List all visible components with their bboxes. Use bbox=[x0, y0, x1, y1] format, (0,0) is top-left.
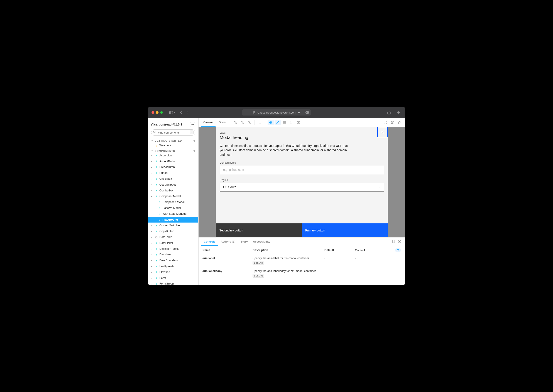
zoom-in-icon[interactable] bbox=[232, 120, 238, 125]
minimize-window-icon[interactable] bbox=[156, 111, 158, 114]
sidebar-item-checkbox[interactable]: ▸⊞Checkbox bbox=[148, 176, 198, 182]
chevron-right-icon: ▸ bbox=[151, 247, 153, 250]
sidebar-item-label: Dropdown bbox=[159, 252, 172, 257]
sidebar-story-playground[interactable]: ▯Playground bbox=[148, 217, 198, 223]
measure-icon[interactable] bbox=[274, 120, 281, 125]
sidebar-item-label: Composed Modal bbox=[162, 200, 185, 204]
share-icon[interactable] bbox=[386, 110, 392, 115]
story-icon: ▯ bbox=[158, 218, 161, 222]
globe-icon: 🌐︎ bbox=[253, 111, 255, 114]
address-bar[interactable]: 🌐︎ react.carbondesignsystem.com 🔒︎ ⋯ bbox=[242, 109, 311, 116]
sidebar-item-accordion[interactable]: ▸⊞Accordion bbox=[148, 153, 198, 159]
sidebar-item-datepicker[interactable]: ▸⊞DatePicker bbox=[148, 240, 198, 246]
chevron-right-icon: ▸ bbox=[151, 160, 153, 163]
region-select[interactable]: US South bbox=[220, 183, 384, 192]
viewport-icon[interactable] bbox=[257, 120, 263, 125]
reset-controls-button[interactable] bbox=[395, 248, 401, 252]
preview-canvas: Label Modal heading Custom domains direc… bbox=[199, 127, 405, 237]
col-control: Control bbox=[355, 249, 365, 252]
sidebar-item-label: Checkbox bbox=[159, 177, 172, 181]
addon-tab-controls[interactable]: Controls bbox=[201, 238, 218, 246]
accessibility-icon[interactable] bbox=[295, 120, 302, 125]
sidebar-item-welcome[interactable]: ▯ Welcome bbox=[148, 142, 198, 148]
sidebar-item-aspectratio[interactable]: ▸⊞AspectRatio bbox=[148, 159, 198, 164]
sidebar-story-passive-modal[interactable]: ▯Passive Modal bbox=[148, 205, 198, 211]
sidebar-item-copybutton[interactable]: ▸⊞CopyButton bbox=[148, 228, 198, 234]
zoom-reset-icon[interactable] bbox=[246, 120, 252, 125]
tab-docs[interactable]: Docs bbox=[216, 118, 228, 127]
primary-button[interactable]: Primary button bbox=[302, 224, 388, 237]
addon-tab-actions[interactable]: Actions (2) bbox=[218, 238, 238, 246]
section-components[interactable]: ▼ COMPONENTS ⇅ bbox=[148, 148, 198, 153]
sidebar-item-errorboundary[interactable]: ▸⊞ErrorBoundary bbox=[148, 258, 198, 263]
args-row: aria-labelSpecify the aria-label for bx-… bbox=[199, 254, 405, 267]
fullscreen-icon[interactable] bbox=[382, 120, 388, 125]
sidebar-item-codesnippet[interactable]: ▸⊞CodeSnippet bbox=[148, 182, 198, 188]
new-tab-icon[interactable] bbox=[395, 110, 402, 115]
section-getting-started[interactable]: ▼ GETTING STARTED ⇅ bbox=[148, 138, 198, 142]
sidebar-toggle-icon[interactable] bbox=[168, 110, 177, 115]
grid-icon[interactable] bbox=[288, 120, 294, 125]
maximize-window-icon[interactable] bbox=[160, 111, 163, 114]
sidebar-item-datatable[interactable]: ▸▢DataTable bbox=[148, 234, 198, 240]
reader-icon[interactable]: ⋯ bbox=[305, 111, 309, 114]
sidebar-item-flexgrid[interactable]: ▸⊞FlexGrid bbox=[148, 269, 198, 275]
zoom-out-icon[interactable] bbox=[239, 120, 245, 125]
modal-heading: Modal heading bbox=[220, 135, 384, 140]
open-new-tab-icon[interactable] bbox=[389, 120, 395, 125]
sidebar-item-label: Playground bbox=[162, 217, 178, 222]
component-icon: ⊞ bbox=[155, 259, 158, 263]
domain-input[interactable] bbox=[220, 166, 384, 174]
search-field[interactable]: / bbox=[151, 129, 195, 135]
sidebar-item-composedmodal[interactable]: ▾⊞ComposedModal bbox=[148, 193, 198, 199]
sidebar-item-dropdown[interactable]: ▸⊞Dropdown bbox=[148, 252, 198, 258]
folder-icon: ▢ bbox=[155, 235, 158, 239]
storybook-sidebar: @carbon/react@1.0.3 ••• / ▼ GETTING STAR… bbox=[148, 118, 199, 285]
svg-point-6 bbox=[248, 121, 250, 123]
region-label: Region bbox=[220, 179, 384, 182]
sidebar-item-breadcrumb[interactable]: ▸⊞Breadcrumb bbox=[148, 164, 198, 170]
arg-control[interactable]: - bbox=[355, 257, 401, 260]
component-icon: ⊞ bbox=[155, 183, 158, 187]
addon-tab-accessibility[interactable]: Accessibility bbox=[250, 238, 273, 246]
sidebar-story-with-state-manager[interactable]: ▯With State Manager bbox=[148, 211, 198, 217]
col-default: Default bbox=[324, 248, 355, 252]
chevron-right-icon: ▸ bbox=[151, 276, 153, 280]
svg-rect-10 bbox=[283, 123, 286, 123]
addons-orientation-icon[interactable] bbox=[391, 239, 397, 245]
secondary-button[interactable]: Secondary button bbox=[216, 224, 302, 237]
modal-close-button[interactable] bbox=[377, 127, 388, 137]
search-shortcut: / bbox=[190, 131, 194, 134]
main-area: Canvas Docs bbox=[199, 118, 405, 285]
sidebar-item-fileuploader[interactable]: ▸⊞FileUploader bbox=[148, 263, 198, 269]
search-icon bbox=[153, 131, 156, 134]
sidebar-item-combobox[interactable]: ▸⊞ComboBox bbox=[148, 188, 198, 194]
outline-icon[interactable] bbox=[281, 120, 287, 125]
sidebar-item-form[interactable]: ▸⊞Form bbox=[148, 275, 198, 281]
arg-default: - bbox=[324, 269, 355, 273]
sidebar-item-formgroup[interactable]: ▸⊞FormGroup bbox=[148, 281, 198, 285]
sidebar-item-contentswitcher[interactable]: ▸⊞ContentSwitcher bbox=[148, 223, 198, 228]
sort-icon: ⇅ bbox=[193, 150, 195, 152]
back-button[interactable] bbox=[179, 110, 183, 115]
url-text: react.carbondesignsystem.com bbox=[257, 111, 296, 114]
arg-control[interactable]: - bbox=[355, 269, 401, 273]
addons-close-icon[interactable] bbox=[397, 239, 402, 245]
sidebar-menu-button[interactable]: ••• bbox=[190, 122, 195, 127]
copy-link-icon[interactable] bbox=[396, 120, 402, 125]
sidebar-item-button[interactable]: ▸⊞Button bbox=[148, 170, 198, 176]
svg-rect-0 bbox=[170, 111, 173, 114]
chevron-down-icon bbox=[378, 186, 380, 188]
sidebar-item-label: CodeSnippet bbox=[159, 182, 176, 187]
addon-tab-story[interactable]: Story bbox=[238, 238, 250, 246]
chevron-right-icon: ▸ bbox=[151, 154, 153, 157]
sidebar-story-composed-modal[interactable]: ▯Composed Modal bbox=[148, 199, 198, 205]
theme-icon[interactable] bbox=[268, 120, 274, 125]
arg-description: Specify the aria-label for bx--modal-con… bbox=[252, 257, 324, 265]
sidebar-item-definitiontooltip[interactable]: ▸⊞DefinitionTooltip bbox=[148, 246, 198, 252]
close-window-icon[interactable] bbox=[151, 111, 154, 114]
tab-canvas[interactable]: Canvas bbox=[201, 118, 215, 127]
titlebar: 🌐︎ react.carbondesignsystem.com 🔒︎ ⋯ bbox=[148, 107, 405, 118]
sidebar-item-label: FileUploader bbox=[159, 264, 175, 269]
search-input[interactable] bbox=[151, 129, 195, 135]
